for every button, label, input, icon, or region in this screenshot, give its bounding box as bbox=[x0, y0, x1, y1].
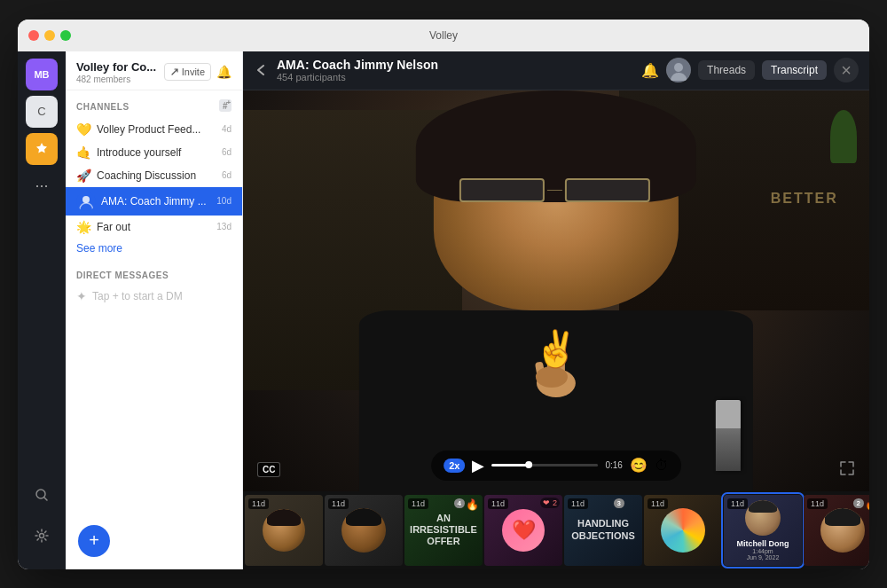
app-window: Volley MB C ··· bbox=[18, 20, 869, 569]
emoji-react-button[interactable]: 😊 bbox=[630, 457, 648, 474]
channel-emoji: 💛 bbox=[76, 122, 91, 137]
thumb-num-8: 2 bbox=[853, 498, 864, 508]
thumb-time-6: 11d bbox=[648, 498, 668, 509]
thumbnail-5[interactable]: HANDLING OBJECTIONS 11d 3 bbox=[564, 495, 642, 566]
progress-dot bbox=[525, 461, 532, 468]
icon-sidebar-top: MB C ··· bbox=[26, 59, 58, 479]
progress-bar[interactable] bbox=[491, 464, 598, 466]
thumbnail-8[interactable]: 11d 2 🔥 bbox=[804, 495, 869, 566]
video-main: BETTER bbox=[243, 90, 869, 491]
circle-art-inner bbox=[661, 508, 705, 553]
speed-badge[interactable]: 2x bbox=[444, 459, 465, 473]
sidebar-avatar-mb[interactable]: MB bbox=[26, 59, 58, 90]
thumb-time-3: 11d bbox=[408, 498, 428, 509]
topbar-bell[interactable]: 🔔 bbox=[641, 62, 659, 79]
transcript-tab[interactable]: Transcript bbox=[762, 60, 827, 80]
threads-tab[interactable]: Threads bbox=[698, 60, 755, 80]
see-more-link[interactable]: See more bbox=[66, 239, 242, 262]
maximize-traffic-light[interactable] bbox=[60, 30, 71, 41]
topbar-user-avatar[interactable] bbox=[666, 58, 691, 82]
main-content: AMA: Coach Jimmy Nelson 454 participants… bbox=[243, 51, 869, 569]
play-button[interactable]: ▶ bbox=[472, 456, 484, 475]
icon-sidebar: MB C ··· bbox=[18, 51, 66, 569]
thumb-num-badge-3: 4 bbox=[454, 498, 465, 508]
mini-face-1 bbox=[263, 509, 305, 552]
channel-title: AMA: Coach Jimmy Nelson bbox=[277, 58, 634, 72]
thumb-time-8: 11d bbox=[807, 498, 828, 509]
channel-emoji: 🌟 bbox=[76, 220, 91, 234]
back-button[interactable] bbox=[254, 62, 270, 78]
thumb-time-1: 11d bbox=[248, 498, 269, 509]
channel-sidebar: Volley for Co... 482 members Invite 🔔 CH… bbox=[66, 51, 243, 569]
svg-line-1 bbox=[44, 498, 47, 500]
window-title: Volley bbox=[429, 29, 458, 42]
dm-plus-icon: ✦ bbox=[76, 289, 87, 303]
plant-decoration bbox=[830, 110, 857, 163]
content-topbar: AMA: Coach Jimmy Nelson 454 participants… bbox=[243, 51, 869, 90]
thumb-fire-8: 🔥 bbox=[865, 498, 869, 511]
channel-name: Volley Product Feed... bbox=[97, 123, 216, 136]
mini-circle-art bbox=[661, 508, 705, 553]
search-sidebar-btn[interactable] bbox=[26, 479, 58, 511]
channel-emoji: 🤙 bbox=[76, 145, 91, 160]
app-body: MB C ··· bbox=[18, 51, 869, 569]
sidebar-avatar-c[interactable]: C bbox=[26, 96, 58, 128]
close-traffic-light[interactable] bbox=[28, 30, 39, 41]
thumbnail-2[interactable]: 11d bbox=[325, 495, 403, 566]
link-icon bbox=[170, 67, 179, 76]
sidebar-dots[interactable]: ··· bbox=[26, 170, 58, 202]
thumbnail-7-selected[interactable]: Mitchell Dong 1:44pm Jun 9, 2022 11d bbox=[724, 495, 802, 566]
channel-item-farout[interactable]: 🌟 Far out 13d bbox=[66, 216, 242, 239]
dm-placeholder-text: Tap + to start a DM bbox=[92, 290, 183, 302]
sidebar-workspace-info: Volley for Co... 482 members bbox=[76, 60, 156, 84]
invite-label: Invite bbox=[182, 67, 205, 77]
progress-fill bbox=[491, 464, 529, 466]
channel-time: 10d bbox=[216, 196, 232, 206]
channel-list: CHANNELS # + 💛 Volley Product Feed... 4d bbox=[66, 90, 242, 525]
invite-button[interactable]: Invite bbox=[164, 63, 211, 81]
channel-item-ama-coach[interactable]: AMA: Coach Jimmy ... 10d bbox=[66, 187, 242, 216]
thumb-fire-badge-3: 🔥 bbox=[466, 498, 479, 511]
compose-fab-button[interactable]: + bbox=[78, 525, 110, 557]
microphone bbox=[716, 400, 741, 471]
channels-section-header: CHANNELS # + bbox=[66, 90, 242, 118]
add-channel-icon[interactable]: # + bbox=[219, 99, 232, 114]
channel-item-coaching[interactable]: 🚀 Coaching Discussion 6d bbox=[66, 164, 242, 187]
minimize-traffic-light[interactable] bbox=[44, 30, 55, 41]
close-button[interactable]: × bbox=[834, 58, 859, 82]
thumb-heart-badge: ❤ 2 bbox=[540, 498, 560, 508]
participant-count: 454 participants bbox=[277, 72, 634, 82]
sidebar-header-actions: Invite 🔔 bbox=[164, 63, 232, 81]
member-count: 482 members bbox=[76, 74, 156, 84]
channel-name: Introduce yourself bbox=[97, 146, 216, 159]
dm-start-button[interactable]: ✦ Tap + to start a DM bbox=[66, 284, 242, 309]
time-label: 0:16 bbox=[605, 460, 622, 470]
channel-item-introduce[interactable]: 🤙 Introduce yourself 6d bbox=[66, 141, 242, 164]
workspace-name: Volley for Co... bbox=[76, 60, 156, 74]
title-bar: Volley bbox=[18, 20, 869, 51]
sidebar-header: Volley for Co... 482 members Invite 🔔 bbox=[66, 51, 242, 90]
traffic-lights bbox=[28, 30, 71, 41]
cc-badge[interactable]: CC bbox=[257, 462, 280, 477]
svg-point-8 bbox=[674, 63, 683, 72]
svg-text:+: + bbox=[226, 99, 231, 106]
thumbnail-3[interactable]: AN IRRESISTIBLE OFFER 11d 4 🔥 bbox=[404, 495, 483, 566]
fullscreen-button[interactable] bbox=[839, 460, 855, 481]
channel-time: 6d bbox=[222, 147, 232, 157]
notification-bell[interactable]: 🔔 bbox=[216, 65, 232, 79]
settings-sidebar-btn[interactable] bbox=[26, 520, 58, 552]
sidebar-avatar-star[interactable] bbox=[26, 133, 58, 165]
thumbnail-1[interactable]: 11d bbox=[245, 495, 323, 566]
channel-item-volley-feed[interactable]: 💛 Volley Product Feed... 4d bbox=[66, 118, 242, 141]
channels-label: CHANNELS bbox=[76, 102, 130, 112]
thumbnail-4[interactable]: ❤️ 11d ❤ 2 bbox=[484, 495, 562, 566]
thumb-time-4: 11d bbox=[488, 498, 508, 509]
channel-time: 13d bbox=[216, 222, 232, 231]
thumb-time-5: 11d bbox=[568, 498, 588, 509]
emoji-history-button[interactable]: ⏱ bbox=[655, 458, 669, 474]
channel-emoji: 🚀 bbox=[76, 169, 91, 183]
thumbnail-6[interactable]: 11d bbox=[644, 495, 722, 566]
thumb-time-7: 11d bbox=[727, 498, 748, 509]
better-text-bg: BETTER bbox=[771, 191, 838, 207]
svg-point-2 bbox=[40, 533, 44, 537]
